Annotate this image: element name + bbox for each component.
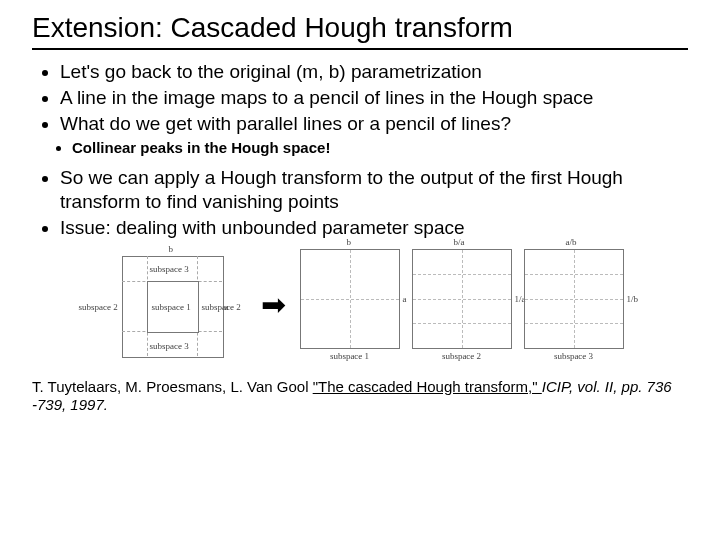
left-diagram: b a subspace 3 subspace 2 subspace 1 sub…	[97, 246, 247, 364]
panel-1: b a subspace 1	[300, 249, 400, 361]
subspace-1-center: subspace 1	[152, 302, 191, 312]
sub-bullet-list: Collinear peaks in the Hough space!	[32, 139, 688, 156]
p3-top-label: a/b	[566, 237, 577, 247]
p1-caption: subspace 1	[300, 351, 400, 361]
p1-top-label: b	[347, 237, 352, 247]
bullet-list-2: So we can apply a Hough transform to the…	[32, 166, 688, 239]
panel-2: b/a 1/a subspace 2	[412, 249, 512, 361]
right-diagram: b a subspace 1 b/a 1/a subspace 2	[300, 249, 624, 361]
panel-3: a/b 1/b subspace 3	[524, 249, 624, 361]
subspace-3-top: subspace 3	[150, 264, 189, 274]
citation: T. Tuytelaars, M. Proesmans, L. Van Gool…	[32, 378, 688, 416]
diagram: b a subspace 3 subspace 2 subspace 1 sub…	[32, 246, 688, 364]
axis-b-label: b	[169, 244, 174, 254]
citation-authors: T. Tuytelaars, M. Proesmans, L. Van Gool	[32, 378, 313, 395]
subspace-2-right: subspace 2	[202, 302, 241, 312]
p3-right-label: 1/b	[627, 294, 639, 304]
subspace-3-bottom: subspace 3	[150, 341, 189, 351]
p1-right-label: a	[403, 294, 407, 304]
arrow-icon: ➡	[261, 287, 286, 322]
subspace-2-left: subspace 2	[79, 302, 118, 312]
bullet-4: So we can apply a Hough transform to the…	[60, 166, 688, 214]
bullet-5: Issue: dealing with unbounded parameter …	[60, 216, 688, 240]
p2-top-label: b/a	[454, 237, 465, 247]
p2-caption: subspace 2	[412, 351, 512, 361]
citation-link[interactable]: "The cascaded Hough transform,"	[313, 378, 542, 395]
slide-title: Extension: Cascaded Hough transform	[32, 12, 688, 50]
bullet-list: Let's go back to the original (m, b) par…	[32, 60, 688, 135]
bullet-3-sub: Collinear peaks in the Hough space!	[72, 139, 688, 156]
bullet-1: Let's go back to the original (m, b) par…	[60, 60, 688, 84]
p3-caption: subspace 3	[524, 351, 624, 361]
bullet-3: What do we get with parallel lines or a …	[60, 112, 688, 136]
bullet-2: A line in the image maps to a pencil of …	[60, 86, 688, 110]
